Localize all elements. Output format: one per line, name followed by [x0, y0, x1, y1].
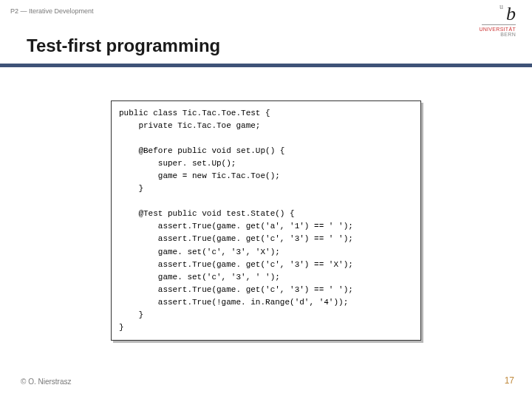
footer-copyright: © O. Nierstrasz — [21, 378, 72, 386]
title-rule — [0, 64, 532, 67]
university-logo: u b UNIVERSITÄT BERN — [479, 4, 516, 37]
breadcrumb: P2 — Iterative Development — [10, 7, 94, 15]
logo-letter: b — [506, 3, 516, 24]
page-title: Test-first programming — [0, 35, 532, 64]
title-block: Test-first programming — [0, 35, 532, 67]
logo-sup: u — [499, 3, 503, 10]
page-number: 17 — [505, 375, 514, 386]
code-block: public class Tic.Tac.Toe.Test { private … — [111, 100, 421, 341]
logo-divider — [482, 24, 516, 25]
logo-university-text: UNIVERSITÄT — [479, 27, 516, 32]
